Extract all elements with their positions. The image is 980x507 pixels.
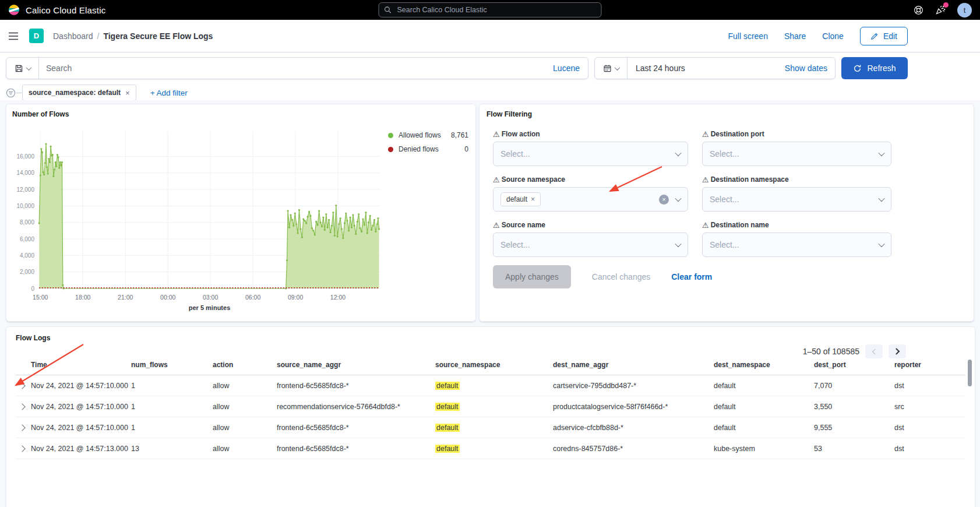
destination-name-field: ⚠Destination name Select... <box>702 221 891 257</box>
chevron-down-icon <box>878 195 884 202</box>
expand-row-icon[interactable] <box>19 403 25 410</box>
filter-pill-source-namespace[interactable]: source_namespace: default × <box>22 85 136 101</box>
save-query-icon <box>15 64 23 73</box>
show-dates-link[interactable]: Show dates <box>785 64 827 73</box>
col-dest-namespace[interactable]: dest_namespace <box>714 361 814 369</box>
highlighted-value: default <box>435 424 460 432</box>
cancel-changes-button[interactable]: Cancel changes <box>592 272 650 281</box>
query-bar: Lucene Last 24 hours Show dates Refresh <box>6 57 908 79</box>
avatar[interactable]: t <box>957 3 972 17</box>
col-num-flows[interactable]: num_flows <box>131 361 213 369</box>
chart-legend: Allowed flows 8,761 Denied flows 0 <box>388 131 468 313</box>
clear-selection-icon[interactable]: × <box>659 195 669 205</box>
destination-port-field: ⚠Destination port Select... <box>702 130 891 166</box>
clear-form-link[interactable]: Clear form <box>671 272 712 281</box>
edit-button[interactable]: Edit <box>860 27 908 45</box>
search-icon <box>384 6 392 14</box>
source-namespace-select[interactable]: default × × <box>493 187 688 212</box>
svg-text:4,000: 4,000 <box>20 252 34 259</box>
previous-page-button[interactable] <box>865 344 883 358</box>
app-title: Calico Cloud Elastic <box>26 5 105 15</box>
date-quick-menu-button[interactable] <box>595 58 628 79</box>
chevron-down-icon <box>675 195 681 202</box>
apply-changes-button[interactable]: Apply changes <box>493 265 571 288</box>
saved-query-menu-button[interactable] <box>6 58 39 79</box>
chevron-down-icon <box>675 150 681 156</box>
filter-options-icon[interactable] <box>6 88 16 98</box>
col-reporter[interactable]: reporter <box>894 361 965 369</box>
full-screen-link[interactable]: Full screen <box>728 31 767 41</box>
chevron-down-icon <box>26 65 31 71</box>
expand-row-icon[interactable] <box>19 424 25 431</box>
expand-row-icon[interactable] <box>19 382 25 389</box>
query-search-input[interactable] <box>39 64 553 73</box>
col-source-namespace[interactable]: source_namespace <box>435 361 553 369</box>
source-name-select[interactable]: Select... <box>493 233 688 257</box>
legend-denied-flows[interactable]: Denied flows 0 <box>388 145 468 153</box>
help-icon[interactable] <box>914 5 923 15</box>
svg-text:6,000: 6,000 <box>20 236 34 242</box>
svg-text:0: 0 <box>31 286 34 292</box>
flow-action-field: ⚠Flow action Select... <box>493 130 688 166</box>
table-row[interactable]: Nov 24, 2021 @ 14:57:10.000 1 allow fron… <box>16 375 965 396</box>
destination-name-select[interactable]: Select... <box>702 233 891 257</box>
query-language-toggle[interactable]: Lucene <box>553 64 580 73</box>
remove-filter-icon[interactable]: × <box>125 89 130 97</box>
expand-row-icon[interactable] <box>19 445 25 452</box>
svg-text:06:00: 06:00 <box>245 294 260 301</box>
warning-icon: ⚠ <box>493 176 500 184</box>
svg-text:2,000: 2,000 <box>20 269 34 275</box>
filter-bar: source_namespace: default × + Add filter <box>6 85 980 101</box>
table-row[interactable]: Nov 24, 2021 @ 14:57:13.000 13 allow fro… <box>16 438 965 459</box>
remove-tag-icon[interactable]: × <box>531 195 535 203</box>
add-filter-link[interactable]: + Add filter <box>150 89 188 97</box>
svg-text:21:00: 21:00 <box>118 294 133 301</box>
chevron-down-icon <box>878 150 884 156</box>
table-header-row: Time num_flows action source_name_aggr s… <box>16 361 965 375</box>
source-name-field: ⚠Source name Select... <box>493 221 688 257</box>
flows-panel-title: Number of Flows <box>12 110 69 118</box>
svg-text:09:00: 09:00 <box>288 294 303 301</box>
flow-logs-title: Flow Logs <box>16 334 50 342</box>
chevron-down-icon <box>675 241 681 247</box>
dashboard-badge[interactable]: D <box>29 29 44 43</box>
global-search-box[interactable] <box>379 2 602 17</box>
col-dest-name-aggr[interactable]: dest_name_aggr <box>553 361 714 369</box>
flows-area-chart[interactable]: 02,0004,0006,0008,00010,00012,00014,0001… <box>6 114 388 313</box>
destination-port-select[interactable]: Select... <box>702 142 891 166</box>
source-namespace-default-tag[interactable]: default × <box>500 192 541 206</box>
col-dest-port[interactable]: dest_port <box>814 361 894 369</box>
legend-allowed-flows[interactable]: Allowed flows 8,761 <box>388 131 468 139</box>
svg-text:15:00: 15:00 <box>33 294 48 301</box>
source-namespace-field: ⚠Source namespace default × × <box>493 175 688 212</box>
col-time[interactable]: Time <box>31 361 131 369</box>
table-scrollbar[interactable] <box>968 360 972 386</box>
allowed-flows-dot <box>388 133 393 138</box>
highlighted-value: default <box>435 382 460 390</box>
warning-icon: ⚠ <box>493 221 500 229</box>
elastic-logo[interactable] <box>8 4 20 16</box>
global-search-input[interactable] <box>396 5 597 15</box>
pencil-icon <box>870 32 879 40</box>
next-page-button[interactable] <box>889 344 906 358</box>
table-row[interactable]: Nov 24, 2021 @ 14:57:10.000 1 allow fron… <box>16 417 965 438</box>
svg-text:per 5 minutes: per 5 minutes <box>189 304 231 311</box>
filter-connector <box>16 93 22 93</box>
highlighted-value: default <box>435 445 460 453</box>
breadcrumb-dashboard[interactable]: Dashboard <box>53 31 93 41</box>
clone-link[interactable]: Clone <box>822 31 844 41</box>
hamburger-menu-icon[interactable] <box>8 32 19 40</box>
col-source-name-aggr[interactable]: source_name_aggr <box>277 361 435 369</box>
col-action[interactable]: action <box>213 361 277 369</box>
svg-text:03:00: 03:00 <box>203 294 218 301</box>
flow-action-select[interactable]: Select... <box>493 142 688 166</box>
share-link[interactable]: Share <box>784 31 806 41</box>
news-feed-icon[interactable] <box>935 5 946 15</box>
time-range-value[interactable]: Last 24 hours <box>636 64 685 73</box>
pagination-range: 1–50 of 108585 <box>803 347 859 356</box>
refresh-button[interactable]: Refresh <box>841 57 908 79</box>
table-row[interactable]: Nov 24, 2021 @ 14:57:10.000 1 allow reco… <box>16 396 965 417</box>
destination-namespace-select[interactable]: Select... <box>702 187 891 212</box>
top-app-bar: Calico Cloud Elastic t <box>0 0 980 20</box>
page-title: Tigera Secure EE Flow Logs <box>103 31 213 41</box>
